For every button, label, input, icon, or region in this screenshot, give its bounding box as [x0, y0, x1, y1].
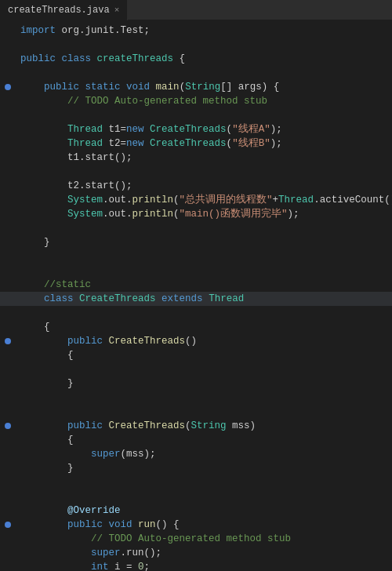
token — [20, 209, 67, 220]
line: { — [0, 433, 392, 447]
token: class — [62, 53, 92, 64]
token: super — [91, 449, 121, 460]
token: System — [67, 195, 103, 205]
code-line: class CreateThreads extends Thread — [17, 292, 392, 306]
tab-createthreads[interactable]: createThreads.java × — [0, 0, 128, 20]
line — [0, 66, 392, 80]
code-line: import org.junit.Test; — [17, 24, 392, 38]
code-line: public static void main(String[] args) { — [17, 80, 392, 94]
token: void — [109, 519, 132, 530]
code-line — [17, 108, 392, 122]
token: } — [20, 378, 74, 389]
token — [20, 138, 67, 149]
code-line: public CreateThreads(String mss) — [17, 419, 392, 433]
gutter — [0, 151, 17, 165]
line: public class createThreads { — [0, 52, 392, 66]
line: } — [0, 235, 392, 249]
token — [20, 519, 67, 530]
gutter — [0, 334, 17, 348]
token — [144, 124, 151, 135]
line: public static void main(String[] args) { — [0, 80, 392, 94]
code-line — [17, 66, 392, 80]
gutter — [0, 461, 17, 475]
breakpoint-dot[interactable] — [5, 522, 11, 528]
code-line: t1.start(); — [17, 151, 392, 165]
token: 0 — [138, 562, 144, 571]
token: t1= — [103, 124, 126, 135]
gutter — [0, 278, 17, 292]
token: i = — [109, 562, 139, 571]
line: System.out.println("总共调用的线程数"+Thread.act… — [0, 193, 392, 207]
token: .out. — [103, 209, 132, 220]
line: { — [0, 320, 392, 334]
token: new — [126, 138, 144, 149]
token — [91, 53, 97, 64]
editor: import org.junit.Test; public class crea… — [0, 20, 392, 571]
code-line: System.out.println("总共调用的线程数"+Thread.act… — [17, 193, 392, 207]
gutter — [0, 419, 17, 433]
line: import org.junit.Test; — [0, 24, 392, 38]
token: Thread — [209, 293, 244, 304]
line: } — [0, 461, 392, 475]
gutter — [0, 249, 17, 264]
token: .run(); — [121, 547, 162, 558]
code-line — [17, 264, 392, 278]
token — [156, 293, 162, 304]
token — [20, 533, 91, 544]
token: class — [44, 293, 74, 304]
code-line: // TODO Auto-generated method stub — [17, 94, 392, 108]
token: } — [20, 463, 74, 474]
line: super.run(); — [0, 546, 392, 560]
token: ( — [185, 420, 191, 431]
code-line: } — [17, 235, 392, 249]
token: void — [126, 82, 150, 93]
code-line: @Override — [17, 504, 392, 518]
token: ( — [173, 209, 180, 220]
token: println — [132, 195, 174, 205]
gutter — [0, 391, 17, 405]
token — [203, 293, 209, 304]
gutter — [0, 504, 17, 518]
token — [20, 96, 67, 107]
breakpoint-dot[interactable] — [5, 338, 11, 344]
gutter — [0, 52, 17, 66]
line — [0, 391, 392, 405]
token: String — [185, 82, 220, 93]
token: public — [67, 519, 103, 530]
line — [0, 306, 392, 320]
line — [0, 38, 392, 52]
code-line — [17, 391, 392, 405]
line — [0, 405, 392, 419]
breakpoint-dot[interactable] — [5, 84, 11, 90]
breakpoint-dot[interactable] — [5, 423, 11, 429]
token: ; — [144, 562, 151, 571]
gutter — [0, 475, 17, 489]
token — [20, 124, 67, 135]
gutter — [0, 320, 17, 334]
token — [20, 336, 67, 347]
line: int i = 0; — [0, 560, 392, 571]
line: System.out.println("main()函数调用完毕"); — [0, 207, 392, 221]
token: "main()函数调用完毕" — [180, 209, 288, 220]
token: "线程B" — [232, 138, 270, 149]
close-icon[interactable]: × — [114, 5, 120, 15]
token — [103, 420, 109, 431]
token: ( — [227, 124, 233, 135]
line — [0, 362, 392, 376]
token: new — [126, 124, 144, 135]
gutter — [0, 24, 17, 38]
token: ( — [180, 82, 186, 93]
token — [20, 420, 67, 431]
line: super(mss); — [0, 447, 392, 461]
gutter — [0, 306, 17, 320]
token: public — [67, 336, 103, 347]
code-line: super(mss); — [17, 447, 392, 461]
code-line: { — [17, 433, 392, 447]
line: public CreateThreads() — [0, 334, 392, 348]
token: super — [91, 547, 121, 558]
token: t2.start(); — [20, 180, 132, 191]
token — [144, 138, 151, 149]
tab-filename: createThreads.java — [8, 5, 110, 16]
token: + — [273, 195, 279, 205]
line — [0, 221, 392, 235]
